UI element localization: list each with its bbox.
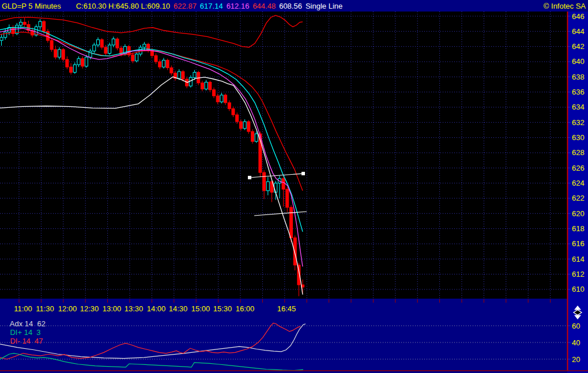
- ema-red-value: 622.87: [174, 2, 197, 10]
- time-label: 12:00: [58, 304, 77, 313]
- price-label: 616: [572, 239, 585, 248]
- time-label: 15:00: [191, 304, 210, 313]
- price-label: 612: [572, 270, 585, 278]
- price-label: 630: [572, 133, 585, 142]
- time-label: 14:00: [147, 304, 166, 313]
- price-label: 620: [572, 209, 585, 218]
- price-label: 640: [572, 57, 585, 66]
- ema-magenta-value: 612.16: [227, 2, 250, 10]
- price-label: 646: [572, 12, 585, 21]
- di-minus-legend-label: DI- 14 47: [10, 337, 43, 345]
- price-label: 626: [572, 164, 585, 172]
- price-label: 618: [572, 224, 585, 233]
- trendline-handle[interactable]: [248, 176, 251, 179]
- price-label: 614: [572, 255, 585, 263]
- price-label: 642: [572, 42, 585, 51]
- price-label: 628: [572, 148, 585, 157]
- main-chart-svg[interactable]: 6466446426406386366346326306286266246226…: [0, 12, 588, 373]
- time-label: 13:30: [125, 304, 144, 313]
- symbol-period-label: GLD=P 5 Minutes: [2, 2, 61, 10]
- upper-band-value: 644.48: [252, 2, 276, 10]
- price-label: 644: [572, 27, 585, 36]
- line-mode-label: Single Line: [306, 2, 342, 10]
- time-label: 14:30: [169, 304, 188, 313]
- indicator-scale-label: 20: [572, 355, 580, 364]
- time-label: 16:45: [277, 304, 296, 313]
- lower-band-value: 608.56: [279, 2, 302, 10]
- price-label: 638: [572, 73, 585, 81]
- di-plus-legend-label: DI+ 14 3: [10, 328, 40, 337]
- indicator-legend: Adx 14 62 DI+ 14 3 DI- 14 47: [2, 311, 48, 319]
- copyright-label: © Infotec SA: [544, 2, 586, 10]
- price-label: 636: [572, 88, 585, 96]
- ema-cyan-value: 617.14: [200, 2, 223, 10]
- time-label: 15:30: [213, 304, 232, 313]
- time-label: 16:00: [236, 304, 255, 313]
- ohlc-summary: C:610.30 H:645.80 L:609.10: [76, 2, 170, 10]
- time-label: 12:30: [80, 304, 99, 313]
- price-label: 610: [572, 285, 585, 293]
- adx-legend-label: Adx 14 62: [10, 319, 46, 328]
- chart-background: [0, 12, 567, 299]
- price-label: 632: [572, 118, 585, 127]
- indicator-scale-label: 60: [572, 322, 580, 330]
- trading-app-window: GLD=P 5 Minutes C:610.30 H:645.80 L:609.…: [0, 0, 588, 373]
- price-label: 624: [572, 179, 585, 187]
- price-label: 622: [572, 194, 585, 202]
- trendline-handle[interactable]: [301, 172, 305, 175]
- time-label: 13:00: [103, 304, 122, 313]
- indicator-scale-label: 40: [572, 338, 580, 347]
- chart-header-bar: GLD=P 5 Minutes C:610.30 H:645.80 L:609.…: [0, 0, 588, 12]
- price-label: 634: [572, 103, 585, 111]
